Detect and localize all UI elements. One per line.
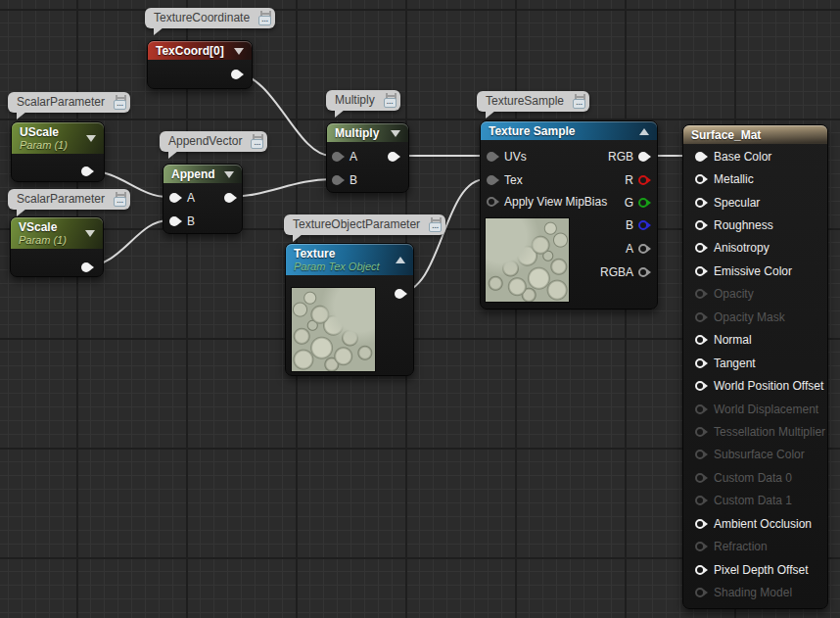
material-pin-row: Custom Data 0 bbox=[683, 466, 827, 489]
input-pin-custom-data-0 bbox=[695, 473, 705, 483]
more-icon[interactable]: ... bbox=[114, 100, 126, 110]
comment-label: TextureObjectParameter bbox=[293, 217, 420, 231]
node-texture-object[interactable]: Texture Param Tex Object bbox=[285, 243, 414, 376]
node-surface-mat[interactable]: Surface_Mat Base Color Metallic Specular… bbox=[682, 124, 828, 609]
pin-label: Emissive Color bbox=[714, 264, 792, 278]
pin-label: Apply View MipBias bbox=[504, 195, 607, 209]
more-icon[interactable]: ... bbox=[429, 222, 442, 232]
input-pin-emissive-color[interactable] bbox=[695, 266, 705, 276]
input-pin-metallic[interactable] bbox=[695, 174, 705, 184]
material-pin-row: Tessellation Multiplier bbox=[683, 420, 827, 443]
input-pin-roughness[interactable] bbox=[695, 220, 705, 230]
material-pin-row: Specular bbox=[683, 191, 827, 214]
material-pin-row: Pixel Depth Offset bbox=[683, 558, 827, 581]
node-header[interactable]: UScale Param (1) bbox=[12, 122, 104, 154]
chevron-down-icon[interactable] bbox=[391, 130, 400, 137]
input-pin-ambient-occlusion[interactable] bbox=[695, 519, 705, 529]
chevron-down-icon[interactable] bbox=[224, 171, 234, 178]
node-header[interactable]: Surface_Mat bbox=[683, 125, 827, 144]
node-title: TexCoord[0] bbox=[156, 44, 224, 58]
input-pin-shading-model bbox=[695, 588, 705, 597]
pin-label: Anisotropy bbox=[714, 241, 770, 255]
node-vscale[interactable]: VScale Param (1) bbox=[10, 216, 104, 277]
output-pin[interactable] bbox=[81, 262, 91, 272]
material-graph-canvas[interactable]: TextureCoordinate ... ScalarParameter ..… bbox=[0, 0, 840, 618]
input-pin-b[interactable] bbox=[169, 216, 179, 226]
input-pin-base-color[interactable] bbox=[695, 152, 705, 162]
node-header[interactable]: Texture Sample bbox=[481, 121, 657, 140]
node-header[interactable]: VScale Param (1) bbox=[11, 217, 103, 249]
pin-label: Roughness bbox=[714, 218, 773, 232]
comment-texture-object-parameter[interactable]: TextureObjectParameter ... bbox=[284, 214, 445, 235]
output-pin-r[interactable] bbox=[638, 175, 648, 185]
input-pin-tessellation-multiplier bbox=[695, 427, 705, 437]
material-pin-row: Emissive Color bbox=[683, 260, 827, 282]
comment-append-vector[interactable]: AppendVector ... bbox=[160, 131, 267, 152]
more-icon[interactable]: ... bbox=[251, 139, 263, 149]
chevron-down-icon[interactable] bbox=[86, 135, 96, 142]
texture-preview bbox=[485, 217, 570, 303]
output-pin[interactable] bbox=[224, 193, 234, 203]
input-pin-world-position-offset[interactable] bbox=[695, 381, 705, 391]
input-pin-uvs[interactable] bbox=[487, 152, 496, 162]
comment-label: Multiply bbox=[335, 93, 375, 107]
output-pin[interactable] bbox=[81, 166, 91, 176]
pin-label: Custom Data 1 bbox=[714, 494, 792, 507]
input-pin-specular[interactable] bbox=[695, 198, 705, 208]
node-multiply[interactable]: Multiply A B bbox=[326, 122, 409, 193]
material-pin-list: Base Color Metallic Specular Roughness A… bbox=[683, 145, 827, 604]
pin-label: Ambient Occlusion bbox=[714, 517, 812, 531]
input-pin-subsurface-color bbox=[695, 450, 705, 459]
node-texcoord[interactable]: TexCoord[0] bbox=[147, 40, 253, 89]
input-pin-tangent[interactable] bbox=[695, 358, 705, 368]
input-pin-b[interactable] bbox=[332, 175, 342, 185]
material-pin-row: Custom Data 1 bbox=[683, 490, 827, 512]
output-pin-g[interactable] bbox=[638, 198, 648, 208]
input-pin-a[interactable] bbox=[332, 152, 342, 162]
node-append[interactable]: Append A B bbox=[163, 164, 243, 234]
node-header[interactable]: Multiply bbox=[327, 123, 408, 142]
input-pin-normal[interactable] bbox=[695, 335, 705, 345]
texture-preview bbox=[291, 287, 376, 372]
material-pin-row: Refraction bbox=[683, 535, 827, 557]
node-header[interactable]: TexCoord[0] bbox=[148, 41, 252, 60]
input-pin-mipbias[interactable] bbox=[487, 197, 496, 207]
comment-scalar-parameter-v[interactable]: ScalarParameter ... bbox=[8, 189, 130, 210]
comment-texture-sample[interactable]: TextureSample ... bbox=[477, 91, 589, 112]
pin-label: World Position Offset bbox=[714, 379, 823, 393]
comment-scalar-parameter-u[interactable]: ScalarParameter ... bbox=[8, 92, 130, 113]
chevron-down-icon[interactable] bbox=[234, 48, 244, 55]
node-subtitle: Param (1) bbox=[19, 234, 67, 247]
output-pin[interactable] bbox=[395, 289, 404, 299]
output-pin-a[interactable] bbox=[638, 244, 648, 254]
node-header[interactable]: Texture Param Tex Object bbox=[286, 244, 413, 275]
input-pin-tex[interactable] bbox=[487, 175, 496, 185]
comment-texture-coordinate[interactable]: TextureCoordinate ... bbox=[145, 8, 275, 28]
pin-label: G bbox=[625, 196, 633, 210]
material-pin-row: Roughness bbox=[683, 214, 827, 236]
output-pin-rgba[interactable] bbox=[638, 267, 648, 277]
more-icon[interactable]: ... bbox=[114, 197, 126, 207]
output-pin-b[interactable] bbox=[638, 220, 648, 230]
output-pin[interactable] bbox=[231, 70, 241, 79]
input-pin-pixel-depth-offset[interactable] bbox=[695, 565, 705, 575]
input-pin-custom-data-1 bbox=[695, 496, 705, 505]
output-pin[interactable] bbox=[388, 152, 397, 162]
node-title: Texture Sample bbox=[489, 124, 575, 138]
input-pin-anisotropy[interactable] bbox=[695, 243, 705, 253]
more-icon[interactable]: ... bbox=[573, 99, 585, 109]
output-pin-rgb[interactable] bbox=[638, 152, 648, 162]
chevron-down-icon[interactable] bbox=[85, 230, 95, 237]
collapse-icon[interactable] bbox=[639, 128, 649, 135]
collapse-icon[interactable] bbox=[396, 257, 405, 263]
node-texture-sample[interactable]: Texture Sample UVs Tex Apply View MipBia… bbox=[480, 120, 658, 309]
comment-multiply[interactable]: Multiply ... bbox=[326, 90, 400, 111]
input-pin-a[interactable] bbox=[169, 193, 179, 203]
wire[interactable] bbox=[228, 179, 331, 197]
more-icon[interactable]: ... bbox=[258, 16, 271, 25]
node-title: VScale bbox=[19, 220, 67, 234]
node-title: Surface_Mat bbox=[691, 128, 761, 142]
node-uscale[interactable]: UScale Param (1) bbox=[11, 121, 105, 182]
more-icon[interactable]: ... bbox=[384, 98, 397, 108]
node-header[interactable]: Append bbox=[163, 165, 242, 183]
